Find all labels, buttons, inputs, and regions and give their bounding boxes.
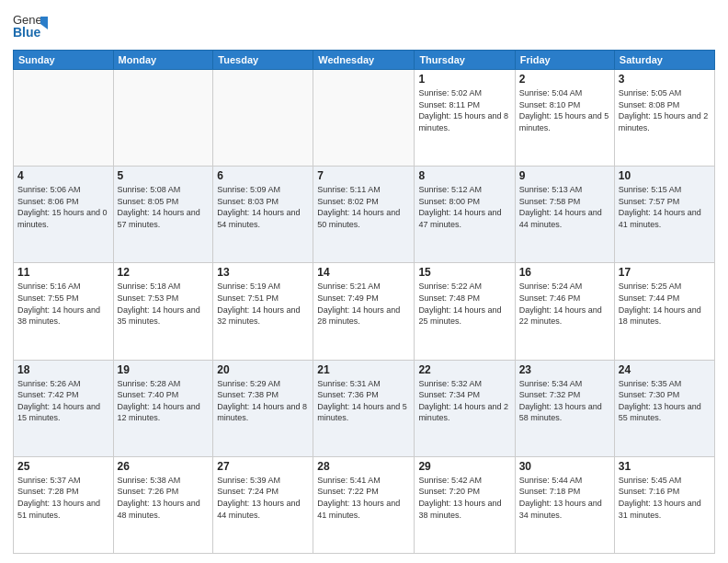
day-content: Sunrise: 5:02 AM Sunset: 8:11 PM Dayligh…: [418, 87, 510, 133]
day-content: Sunrise: 5:44 AM Sunset: 7:18 PM Dayligh…: [519, 475, 610, 521]
weekday-header-sunday: Sunday: [14, 51, 114, 70]
calendar-cell: 27Sunrise: 5:39 AM Sunset: 7:24 PM Dayli…: [213, 456, 313, 553]
calendar-cell: 29Sunrise: 5:42 AM Sunset: 7:20 PM Dayli…: [415, 456, 515, 553]
calendar-cell: 9Sunrise: 5:13 AM Sunset: 7:58 PM Daylig…: [515, 167, 614, 263]
calendar-cell: 31Sunrise: 5:45 AM Sunset: 7:16 PM Dayli…: [614, 456, 714, 553]
weekday-header-saturday: Saturday: [614, 51, 714, 70]
day-content: Sunrise: 5:06 AM Sunset: 8:06 PM Dayligh…: [17, 184, 109, 230]
day-number: 9: [519, 169, 610, 182]
calendar-week-row: 4Sunrise: 5:06 AM Sunset: 8:06 PM Daylig…: [14, 167, 715, 263]
day-number: 1: [418, 73, 510, 86]
calendar-cell: 25Sunrise: 5:37 AM Sunset: 7:28 PM Dayli…: [14, 456, 114, 553]
day-content: Sunrise: 5:34 AM Sunset: 7:32 PM Dayligh…: [519, 378, 610, 424]
day-number: 8: [418, 169, 510, 182]
day-content: Sunrise: 5:18 AM Sunset: 7:53 PM Dayligh…: [118, 281, 210, 327]
day-number: 14: [317, 266, 410, 279]
weekday-header-tuesday: Tuesday: [213, 51, 313, 70]
day-number: 17: [619, 266, 711, 279]
day-number: 23: [519, 363, 610, 376]
calendar-cell: [213, 70, 313, 167]
day-content: Sunrise: 5:42 AM Sunset: 7:20 PM Dayligh…: [418, 475, 510, 521]
calendar-cell: 21Sunrise: 5:31 AM Sunset: 7:36 PM Dayli…: [313, 360, 415, 456]
day-number: 13: [217, 266, 309, 279]
calendar-cell: 18Sunrise: 5:26 AM Sunset: 7:42 PM Dayli…: [14, 360, 114, 456]
day-number: 29: [418, 460, 510, 473]
weekday-header-wednesday: Wednesday: [313, 51, 415, 70]
calendar-cell: 3Sunrise: 5:05 AM Sunset: 8:08 PM Daylig…: [614, 70, 714, 167]
calendar-cell: 30Sunrise: 5:44 AM Sunset: 7:18 PM Dayli…: [515, 456, 614, 553]
calendar-table: SundayMondayTuesdayWednesdayThursdayFrid…: [13, 50, 715, 554]
day-number: 27: [217, 460, 309, 473]
day-content: Sunrise: 5:16 AM Sunset: 7:55 PM Dayligh…: [17, 281, 109, 327]
weekday-header-thursday: Thursday: [415, 51, 515, 70]
day-content: Sunrise: 5:29 AM Sunset: 7:38 PM Dayligh…: [217, 378, 309, 424]
day-number: 7: [317, 169, 410, 182]
day-content: Sunrise: 5:38 AM Sunset: 7:26 PM Dayligh…: [118, 475, 210, 521]
calendar-cell: 15Sunrise: 5:22 AM Sunset: 7:48 PM Dayli…: [415, 263, 515, 360]
calendar-cell: 23Sunrise: 5:34 AM Sunset: 7:32 PM Dayli…: [515, 360, 614, 456]
weekday-header-friday: Friday: [515, 51, 614, 70]
calendar-cell: 12Sunrise: 5:18 AM Sunset: 7:53 PM Dayli…: [113, 263, 213, 360]
day-content: Sunrise: 5:04 AM Sunset: 8:10 PM Dayligh…: [519, 87, 610, 133]
calendar-cell: 14Sunrise: 5:21 AM Sunset: 7:49 PM Dayli…: [313, 263, 415, 360]
day-number: 5: [118, 169, 210, 182]
page: General Blue SundayMondayTuesdayWednesda…: [0, 0, 728, 563]
weekday-header-row: SundayMondayTuesdayWednesdayThursdayFrid…: [14, 51, 715, 70]
day-number: 20: [217, 363, 309, 376]
day-content: Sunrise: 5:11 AM Sunset: 8:02 PM Dayligh…: [317, 184, 410, 230]
calendar-cell: 26Sunrise: 5:38 AM Sunset: 7:26 PM Dayli…: [113, 456, 213, 553]
day-content: Sunrise: 5:26 AM Sunset: 7:42 PM Dayligh…: [17, 378, 109, 424]
calendar-cell: [14, 70, 114, 167]
day-content: Sunrise: 5:45 AM Sunset: 7:16 PM Dayligh…: [619, 475, 711, 521]
day-number: 10: [619, 169, 711, 182]
day-number: 6: [217, 169, 309, 182]
day-number: 21: [317, 363, 410, 376]
day-content: Sunrise: 5:09 AM Sunset: 8:03 PM Dayligh…: [217, 184, 309, 230]
svg-text:Blue: Blue: [13, 25, 41, 40]
day-content: Sunrise: 5:19 AM Sunset: 7:51 PM Dayligh…: [217, 281, 309, 327]
header: General Blue: [13, 9, 715, 44]
day-number: 30: [519, 460, 610, 473]
calendar-cell: [313, 70, 415, 167]
day-number: 4: [17, 169, 109, 182]
day-content: Sunrise: 5:08 AM Sunset: 8:05 PM Dayligh…: [118, 184, 210, 230]
day-number: 16: [519, 266, 610, 279]
calendar-cell: 4Sunrise: 5:06 AM Sunset: 8:06 PM Daylig…: [14, 167, 114, 263]
day-number: 18: [17, 363, 109, 376]
calendar-cell: 13Sunrise: 5:19 AM Sunset: 7:51 PM Dayli…: [213, 263, 313, 360]
logo: General Blue: [13, 9, 48, 44]
day-content: Sunrise: 5:13 AM Sunset: 7:58 PM Dayligh…: [519, 184, 610, 230]
calendar-week-row: 25Sunrise: 5:37 AM Sunset: 7:28 PM Dayli…: [14, 456, 715, 553]
calendar-cell: 1Sunrise: 5:02 AM Sunset: 8:11 PM Daylig…: [415, 70, 515, 167]
day-content: Sunrise: 5:41 AM Sunset: 7:22 PM Dayligh…: [317, 475, 410, 521]
logo-icon: General Blue: [13, 9, 48, 44]
day-number: 12: [118, 266, 210, 279]
day-content: Sunrise: 5:28 AM Sunset: 7:40 PM Dayligh…: [118, 378, 210, 424]
day-number: 24: [619, 363, 711, 376]
day-content: Sunrise: 5:05 AM Sunset: 8:08 PM Dayligh…: [619, 87, 711, 133]
day-content: Sunrise: 5:39 AM Sunset: 7:24 PM Dayligh…: [217, 475, 309, 521]
day-content: Sunrise: 5:31 AM Sunset: 7:36 PM Dayligh…: [317, 378, 410, 424]
calendar-cell: 19Sunrise: 5:28 AM Sunset: 7:40 PM Dayli…: [113, 360, 213, 456]
calendar-cell: 17Sunrise: 5:25 AM Sunset: 7:44 PM Dayli…: [614, 263, 714, 360]
day-content: Sunrise: 5:37 AM Sunset: 7:28 PM Dayligh…: [17, 475, 109, 521]
day-number: 2: [519, 73, 610, 86]
day-content: Sunrise: 5:32 AM Sunset: 7:34 PM Dayligh…: [418, 378, 510, 424]
calendar-week-row: 1Sunrise: 5:02 AM Sunset: 8:11 PM Daylig…: [14, 70, 715, 167]
calendar-cell: 8Sunrise: 5:12 AM Sunset: 8:00 PM Daylig…: [415, 167, 515, 263]
calendar-cell: 11Sunrise: 5:16 AM Sunset: 7:55 PM Dayli…: [14, 263, 114, 360]
day-number: 15: [418, 266, 510, 279]
day-number: 25: [17, 460, 109, 473]
day-number: 19: [118, 363, 210, 376]
day-content: Sunrise: 5:21 AM Sunset: 7:49 PM Dayligh…: [317, 281, 410, 327]
day-number: 11: [17, 266, 109, 279]
calendar-cell: 24Sunrise: 5:35 AM Sunset: 7:30 PM Dayli…: [614, 360, 714, 456]
day-content: Sunrise: 5:25 AM Sunset: 7:44 PM Dayligh…: [619, 281, 711, 327]
day-number: 26: [118, 460, 210, 473]
calendar-cell: 10Sunrise: 5:15 AM Sunset: 7:57 PM Dayli…: [614, 167, 714, 263]
calendar-cell: 5Sunrise: 5:08 AM Sunset: 8:05 PM Daylig…: [113, 167, 213, 263]
calendar-cell: 6Sunrise: 5:09 AM Sunset: 8:03 PM Daylig…: [213, 167, 313, 263]
calendar-cell: 7Sunrise: 5:11 AM Sunset: 8:02 PM Daylig…: [313, 167, 415, 263]
calendar-week-row: 11Sunrise: 5:16 AM Sunset: 7:55 PM Dayli…: [14, 263, 715, 360]
day-content: Sunrise: 5:22 AM Sunset: 7:48 PM Dayligh…: [418, 281, 510, 327]
